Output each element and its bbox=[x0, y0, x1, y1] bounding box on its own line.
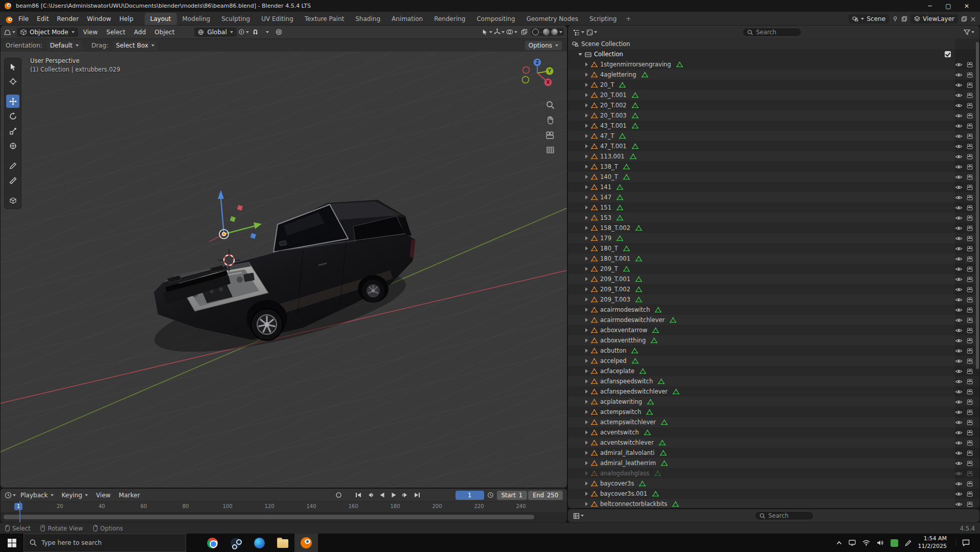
timeline-track-area[interactable] bbox=[1, 512, 567, 522]
expand-icon[interactable] bbox=[585, 113, 588, 118]
render-toggle-camera-icon[interactable] bbox=[966, 266, 974, 272]
blender-menu-button[interactable] bbox=[4, 15, 14, 25]
expand-icon[interactable] bbox=[585, 400, 588, 404]
snap-settings-dropdown[interactable] bbox=[262, 27, 272, 37]
expand-icon[interactable] bbox=[585, 267, 588, 271]
hide-toggle-eye-icon[interactable] bbox=[955, 154, 963, 159]
render-toggle-camera-icon[interactable] bbox=[966, 287, 974, 292]
overlays-dropdown[interactable] bbox=[506, 27, 517, 37]
hide-toggle-eye-icon[interactable] bbox=[955, 123, 963, 129]
shading-wireframe-button[interactable] bbox=[532, 29, 539, 35]
hide-toggle-eye-icon[interactable] bbox=[955, 277, 963, 282]
expand-icon[interactable] bbox=[585, 369, 588, 373]
mode-dropdown[interactable]: Object Mode bbox=[17, 28, 78, 37]
render-toggle-camera-icon[interactable] bbox=[966, 471, 974, 476]
scene-collection-row[interactable]: Scene Collection bbox=[568, 39, 979, 49]
hide-toggle-eye-icon[interactable] bbox=[955, 389, 963, 395]
hide-toggle-eye-icon[interactable] bbox=[955, 215, 963, 221]
hide-toggle-eye-icon[interactable] bbox=[955, 205, 963, 211]
shading-rendered-button[interactable] bbox=[551, 29, 558, 35]
outliner-object-row[interactable]: acboxventthing bbox=[568, 335, 979, 346]
scale-tool[interactable] bbox=[6, 124, 19, 137]
render-toggle-camera-icon[interactable] bbox=[966, 72, 974, 78]
expand-icon[interactable] bbox=[585, 297, 588, 302]
secondary-editor-type-button[interactable] bbox=[573, 511, 584, 521]
auto-keying-toggle[interactable] bbox=[333, 491, 344, 500]
tab-scripting[interactable]: Scripting bbox=[584, 13, 622, 25]
collapse-icon[interactable] bbox=[578, 53, 582, 56]
hide-toggle-eye-icon[interactable] bbox=[955, 348, 963, 354]
outliner-object-row[interactable]: 147 bbox=[568, 192, 979, 202]
shading-solid-button[interactable] bbox=[540, 32, 541, 33]
viewlayer-selector[interactable]: ViewLayer bbox=[910, 14, 958, 24]
hide-toggle-eye-icon[interactable] bbox=[955, 501, 963, 507]
expand-icon[interactable] bbox=[585, 62, 588, 66]
hide-toggle-eye-icon[interactable] bbox=[955, 317, 963, 323]
taskbar-app-blender[interactable] bbox=[294, 534, 318, 552]
tray-expand-chevron[interactable] bbox=[836, 541, 842, 545]
zoom-icon[interactable] bbox=[546, 101, 555, 109]
hide-toggle-eye-icon[interactable] bbox=[955, 225, 963, 231]
outliner-object-row[interactable]: acairmodeswitch bbox=[568, 305, 979, 315]
expand-icon[interactable] bbox=[585, 124, 588, 128]
outliner-object-row[interactable]: 113.001 bbox=[568, 151, 979, 162]
render-toggle-camera-icon[interactable] bbox=[966, 174, 974, 180]
hide-toggle-eye-icon[interactable] bbox=[955, 399, 963, 405]
scene-selector[interactable]: Scene bbox=[849, 14, 889, 24]
hide-toggle-eye-icon[interactable] bbox=[955, 440, 963, 446]
expand-icon[interactable] bbox=[585, 93, 588, 97]
outliner-object-row[interactable]: baycover3s bbox=[568, 478, 979, 489]
expand-icon[interactable] bbox=[585, 154, 588, 158]
expand-icon[interactable] bbox=[585, 257, 588, 261]
hide-toggle-eye-icon[interactable] bbox=[955, 174, 963, 180]
expand-icon[interactable] bbox=[585, 359, 588, 363]
next-keyframe-button[interactable] bbox=[400, 491, 411, 500]
expand-icon[interactable] bbox=[585, 461, 588, 465]
render-toggle-camera-icon[interactable] bbox=[966, 358, 974, 364]
menu-object[interactable]: Object bbox=[151, 28, 178, 37]
start-frame-field[interactable]: Start 1 bbox=[497, 491, 527, 500]
outliner-display-mode-dropdown[interactable] bbox=[586, 28, 597, 37]
outliner-object-row[interactable]: 179 bbox=[568, 233, 979, 243]
outliner-object-row[interactable]: 209_T bbox=[568, 264, 979, 274]
hide-toggle-eye-icon[interactable] bbox=[955, 287, 963, 292]
render-toggle-camera-icon[interactable] bbox=[966, 430, 974, 435]
axis-x-neg-ball[interactable] bbox=[523, 67, 530, 74]
expand-icon[interactable] bbox=[585, 73, 588, 77]
render-toggle-camera-icon[interactable] bbox=[966, 328, 974, 333]
hide-toggle-eye-icon[interactable] bbox=[955, 113, 963, 119]
outliner-object-row[interactable]: beltconnectorblackbits bbox=[568, 499, 979, 508]
play-button[interactable] bbox=[389, 491, 399, 500]
camera-view-icon[interactable] bbox=[545, 131, 555, 139]
hide-toggle-eye-icon[interactable] bbox=[955, 164, 963, 170]
expand-icon[interactable] bbox=[585, 175, 588, 179]
menu-file[interactable]: File bbox=[14, 13, 33, 25]
outliner-object-row[interactable]: 141 bbox=[568, 182, 979, 192]
gizmo-z-arrow[interactable] bbox=[221, 198, 224, 234]
render-toggle-camera-icon[interactable] bbox=[966, 103, 974, 108]
menu-marker[interactable]: Marker bbox=[115, 491, 143, 500]
tab-sculpting[interactable]: Sculpting bbox=[216, 13, 256, 25]
timeline-ruler[interactable]: 20406080100120140160180200220240 bbox=[1, 501, 567, 512]
render-toggle-camera-icon[interactable] bbox=[966, 144, 974, 149]
outliner-object-row[interactable]: acfanspeedswitchlever bbox=[568, 386, 979, 397]
annotate-tool[interactable] bbox=[6, 159, 19, 172]
outliner-object-row[interactable]: 43_T.001 bbox=[568, 121, 979, 131]
menu-help[interactable]: Help bbox=[115, 13, 137, 25]
menu-render[interactable]: Render bbox=[53, 13, 83, 25]
remove-viewlayer-icon[interactable] bbox=[970, 16, 976, 22]
hide-toggle-eye-icon[interactable] bbox=[955, 307, 963, 313]
expand-icon[interactable] bbox=[585, 492, 588, 496]
render-toggle-camera-icon[interactable] bbox=[966, 164, 974, 170]
pen-icon[interactable] bbox=[905, 540, 911, 546]
hide-toggle-eye-icon[interactable] bbox=[955, 409, 963, 415]
taskbar-search[interactable]: Type here to search bbox=[24, 534, 186, 552]
expand-icon[interactable] bbox=[585, 502, 588, 506]
tab-animation[interactable]: Animation bbox=[386, 13, 428, 25]
options-dropdown[interactable]: Options bbox=[525, 41, 562, 50]
new-viewlayer-icon[interactable] bbox=[961, 16, 967, 22]
preview-range-toggle[interactable] bbox=[485, 491, 496, 500]
menu-edit[interactable]: Edit bbox=[33, 13, 53, 25]
outliner-object-row[interactable]: acventswitchlever bbox=[568, 438, 979, 448]
render-toggle-camera-icon[interactable] bbox=[966, 450, 974, 456]
